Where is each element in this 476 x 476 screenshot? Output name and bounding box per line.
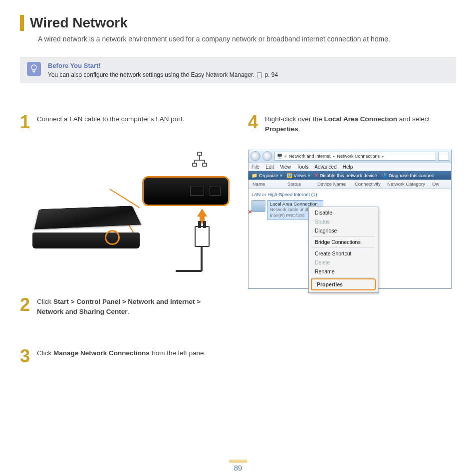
toolbar-organize[interactable]: 📁 Organize ▾	[251, 173, 282, 178]
right-column: 4 Right-click over the Local Area Connec…	[248, 113, 456, 380]
laptop-base	[32, 233, 140, 248]
lan-port-zoom	[142, 176, 230, 206]
tip-text-a: You can also configure the network setti…	[48, 71, 256, 78]
menu-help[interactable]: Help	[343, 164, 353, 170]
lbl: Disable this network device	[320, 173, 377, 178]
breadcrumb-sep: «	[284, 154, 287, 159]
step-2: 2 Click Start > Control Panel > Network …	[20, 296, 228, 317]
ctx-shortcut[interactable]: Create Shortcut	[310, 249, 377, 258]
lbl: Views	[294, 173, 306, 178]
col-owner[interactable]: Ow	[430, 181, 445, 187]
lbl: Organize	[259, 173, 278, 178]
tip-text-b: p. 94	[263, 71, 278, 78]
ctx-rename[interactable]: Rename	[310, 267, 377, 276]
page-title: Wired Network	[30, 15, 128, 31]
tip-text: You can also configure the network setti…	[48, 71, 449, 78]
lbl: Diagnose this connec	[389, 173, 434, 178]
step-number: 4	[248, 113, 260, 131]
lan-cable	[201, 246, 203, 271]
lan-plug-icon	[195, 226, 210, 247]
address-bar[interactable]: 🖥️ « Network and Internet ▸ Network Conn…	[274, 152, 436, 161]
chevron-right-icon: ▸	[333, 154, 335, 159]
step-1: 1 Connect a LAN cable to the computer's …	[20, 113, 228, 131]
toolbar: 📁 Organize ▾ 🖼️ Views ▾ ✕ Disable this n…	[248, 171, 451, 180]
breadcrumb-item[interactable]: Network and Internet	[289, 154, 331, 159]
before-you-start-box: Before You Start! You can also configure…	[20, 57, 456, 83]
laptop-lid	[34, 206, 141, 229]
toolbar-disable[interactable]: ✕ Disable this network device	[314, 173, 377, 178]
t: Click	[37, 298, 53, 305]
title-accent-bar	[20, 15, 24, 31]
svg-rect-1	[198, 152, 202, 155]
t-bold: Start > Control Panel > Network and Inte…	[37, 298, 201, 315]
col-name[interactable]: Name	[250, 181, 285, 187]
step-number: 2	[20, 296, 32, 314]
t: .	[128, 308, 130, 315]
step-text: Right-click over the Local Area Connecti…	[265, 113, 456, 135]
ctx-bridge[interactable]: Bridge Connections	[310, 238, 377, 246]
breadcrumb-item[interactable]: Network Connections	[337, 154, 380, 159]
chevron-right-icon: ▸	[382, 154, 384, 159]
window-body: LAN or High-Speed Internet (1) Local Are…	[248, 189, 451, 288]
context-menu: Disable Status Diagnose Bridge Connectio…	[308, 207, 378, 293]
intro-text: A wired network is a network environment…	[38, 35, 456, 43]
col-device[interactable]: Device Name	[315, 181, 353, 187]
ctx-disable[interactable]: Disable	[310, 208, 377, 217]
menu-advanced[interactable]: Advanced	[314, 164, 336, 170]
menu-file[interactable]: File	[251, 164, 259, 170]
ctx-separator	[312, 247, 375, 248]
ctx-properties-highlighted[interactable]: Properties	[311, 278, 376, 290]
page-number-badge: 89	[229, 459, 247, 472]
col-category[interactable]: Network Category	[385, 181, 430, 187]
tip-content: Before You Start! You can also configure…	[48, 62, 449, 78]
col-connectivity[interactable]: Connectivity	[353, 181, 385, 187]
x-icon: ✕	[314, 173, 318, 178]
ctx-diagnose[interactable]: Diagnose	[310, 226, 377, 235]
chevron-down-icon: ▾	[308, 173, 310, 178]
page-number-gradient	[229, 459, 247, 463]
search-box[interactable]	[438, 152, 449, 161]
columns: 1 Connect a LAN cable to the computer's …	[20, 113, 456, 380]
tip-heading: Before You Start!	[48, 62, 449, 69]
callout-line	[109, 189, 139, 208]
lan-cable	[176, 270, 203, 272]
svg-point-0	[31, 65, 36, 70]
left-column: 1 Connect a LAN cable to the computer's …	[20, 113, 228, 380]
step-text: Click Start > Control Panel > Network an…	[37, 296, 228, 317]
group-header: LAN or High-Speed Internet (1)	[250, 191, 449, 199]
toolbar-diagnose[interactable]: 🩺 Diagnose this connec	[381, 173, 434, 178]
menu-tools[interactable]: Tools	[297, 164, 308, 170]
network-connections-window: 🖥️ « Network and Internet ▸ Network Conn…	[248, 150, 452, 289]
window-titlebar: 🖥️ « Network and Internet ▸ Network Conn…	[248, 150, 451, 163]
ctx-separator	[312, 277, 375, 277]
toolbar-views[interactable]: 🖼️ Views ▾	[286, 173, 310, 178]
t-bold: Properties	[265, 125, 298, 133]
laptop	[32, 214, 142, 266]
t: Right-click over the	[265, 115, 324, 123]
chevron-down-icon: ▾	[280, 173, 282, 178]
step-text: Click Manage Network Connections from th…	[37, 347, 206, 358]
step-3: 3 Click Manage Network Connections from …	[20, 347, 228, 365]
t: from the left pane.	[150, 349, 206, 357]
network-icon	[191, 151, 209, 169]
step-text: Connect a LAN cable to the computer's LA…	[37, 113, 184, 124]
svg-rect-2	[193, 163, 197, 166]
back-button[interactable]	[250, 151, 260, 161]
ctx-status: Status	[310, 217, 377, 226]
t-bold: Local Area Connection	[324, 115, 398, 123]
lightbulb-icon	[27, 62, 41, 76]
t-bold: Manage Network Connections	[53, 349, 150, 357]
menu-view[interactable]: View	[280, 164, 291, 170]
menu-bar: File Edit View Tools Advanced Help	[248, 163, 451, 171]
step-4: 4 Right-click over the Local Area Connec…	[248, 113, 456, 135]
page-ref-icon	[257, 72, 262, 78]
t: .	[298, 125, 300, 133]
laptop-lan-illustration	[20, 146, 228, 276]
t: Click	[37, 349, 53, 357]
t: and select	[397, 115, 430, 123]
col-status[interactable]: Status	[285, 181, 315, 187]
ctx-delete: Delete	[310, 258, 377, 267]
menu-edit[interactable]: Edit	[265, 164, 274, 170]
forward-button[interactable]	[262, 151, 272, 161]
page-number: 89	[229, 464, 247, 472]
